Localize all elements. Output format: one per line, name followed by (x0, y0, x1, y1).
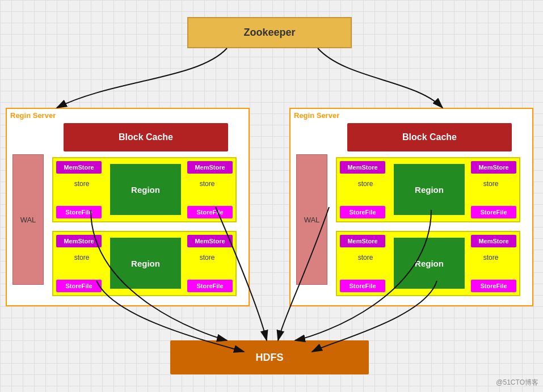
region-group-left-2: store store Region MemStore MemStore Sto… (52, 231, 237, 296)
memstore-right-1-2: MemStore (471, 161, 516, 174)
region-server-right: Regin Server Block Cache WAL store store… (289, 108, 533, 306)
storefile-right-1-2: StoreFile (471, 206, 516, 218)
block-cache-left-label: Block Cache (119, 132, 173, 142)
store-label-left-2-1: store (59, 252, 104, 263)
memstore-left-1-2: MemStore (187, 161, 233, 174)
memstore-left-2-2: MemStore (187, 235, 233, 247)
wal-right-label: WAL (304, 216, 320, 224)
zookeeper-label: Zookeeper (243, 27, 295, 39)
region-center-right-2: Region (394, 238, 465, 289)
region-center-right-1: Region (394, 164, 465, 215)
store-label-right-1-2: store (468, 178, 513, 189)
region-label-right-2: Region (415, 259, 444, 268)
block-cache-right: Block Cache (347, 123, 512, 151)
storefile-right-1-1: StoreFile (340, 206, 385, 218)
store-label-left-1-1: store (59, 178, 104, 189)
storefile-left-1-1: StoreFile (56, 206, 102, 218)
storefile-left-1-2: StoreFile (187, 206, 233, 218)
zookeeper-box: Zookeeper (187, 17, 352, 48)
store-label-right-2-1: store (343, 252, 388, 263)
arrow-zoo-left (57, 48, 227, 108)
wal-left-label: WAL (20, 216, 36, 224)
storefile-right-2-2: StoreFile (471, 280, 516, 292)
store-label-left-2-2: store (184, 252, 230, 263)
region-label-right-1: Region (415, 185, 444, 195)
store-label-right-1-1: store (343, 178, 388, 189)
memstore-right-2-1: MemStore (340, 235, 385, 247)
memstore-right-2-2: MemStore (471, 235, 516, 247)
hdfs-box: HDFS (170, 340, 369, 374)
rs-left-label: Regin Server (10, 111, 56, 120)
hdfs-label: HDFS (256, 352, 284, 364)
arrow-zoo-right (318, 48, 443, 108)
watermark: @51CTO博客 (496, 378, 538, 387)
region-label-left-2: Region (131, 259, 160, 268)
region-center-left-2: Region (110, 238, 181, 289)
region-label-left-1: Region (131, 185, 160, 195)
rs-right-label: Regin Server (294, 111, 339, 120)
store-label-right-2-2: store (468, 252, 513, 263)
block-cache-left: Block Cache (64, 123, 228, 151)
memstore-left-1-1: MemStore (56, 161, 102, 174)
store-label-left-1-2: store (184, 178, 230, 189)
wal-right: WAL (296, 154, 327, 285)
storefile-right-2-1: StoreFile (340, 280, 385, 292)
region-center-left-1: Region (110, 164, 181, 215)
memstore-right-1-1: MemStore (340, 161, 385, 174)
region-server-left: Regin Server Block Cache WAL store store… (6, 108, 250, 306)
storefile-left-2-2: StoreFile (187, 280, 233, 292)
region-group-right-1: store store Region MemStore MemStore Sto… (336, 157, 520, 222)
region-group-left-1: store store Region MemStore MemStore Sto… (52, 157, 237, 222)
block-cache-right-label: Block Cache (402, 132, 457, 142)
wal-left: WAL (12, 154, 44, 285)
storefile-left-2-1: StoreFile (56, 280, 102, 292)
memstore-left-2-1: MemStore (56, 235, 102, 247)
region-group-right-2: store store Region MemStore MemStore Sto… (336, 231, 520, 296)
